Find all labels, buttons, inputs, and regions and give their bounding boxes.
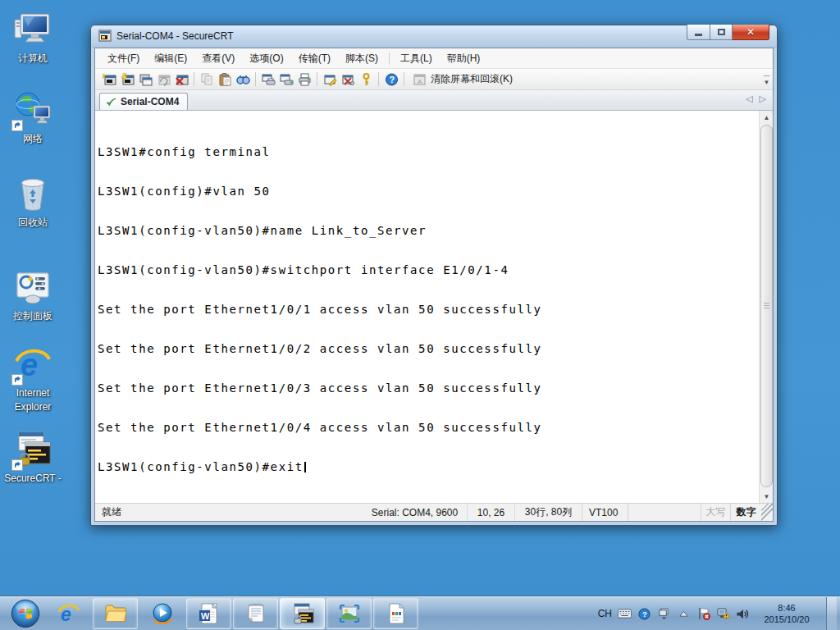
volume-icon[interactable] (736, 607, 750, 621)
status-cursor-position: 10, 26 (468, 504, 515, 521)
svg-text:?: ? (642, 610, 647, 619)
taskbar-clock[interactable]: 8:46 2015/10/20 (756, 602, 818, 625)
taskbar-script-document[interactable] (373, 598, 418, 629)
keyboard-icon[interactable] (618, 607, 632, 621)
shortcut-arrow-icon (11, 120, 23, 131)
copy-button[interactable] (198, 71, 216, 89)
title-bar[interactable]: Serial-COM4 - SecureCRT ✕ (91, 25, 777, 48)
taskbar-image-viewer[interactable] (326, 598, 372, 629)
status-bar: 就绪 Serial: COM4, 9600 10, 26 30行, 80列 VT… (95, 503, 773, 521)
scroll-down-icon[interactable]: ▼ (760, 490, 773, 503)
print-icon (298, 73, 312, 86)
shortcut-arrow-icon (11, 459, 23, 471)
window-popup-icon[interactable] (657, 607, 671, 621)
close-button[interactable]: ✕ (733, 25, 769, 40)
print-preview-icon (262, 73, 276, 86)
desktop-icon-label: 计算机 (18, 52, 48, 66)
taskbar-securecrt[interactable] (280, 598, 325, 629)
vertical-scrollbar[interactable]: ▲ ▼ (759, 111, 773, 503)
menu-tools[interactable]: 工具(L) (393, 48, 440, 69)
start-button[interactable] (6, 597, 45, 630)
help-icon: ? (385, 73, 399, 86)
disconnect-button[interactable] (172, 71, 190, 89)
print-setup-button[interactable] (277, 71, 295, 89)
menu-script[interactable]: 脚本(S) (338, 48, 386, 69)
thumb-grip (764, 303, 769, 308)
tab-bar: Serial-COM4 ◁ ▷ (95, 90, 773, 111)
close-icon: ✕ (746, 26, 755, 38)
resize-grip[interactable] (761, 504, 773, 521)
keymap-icon (359, 73, 373, 86)
toolbar-separator (378, 72, 379, 86)
desktop-icon-label: 回收站 (18, 216, 48, 230)
desktop-icon-computer[interactable]: 计算机 (2, 10, 64, 66)
connect-button[interactable] (100, 71, 118, 89)
paste-button[interactable] (216, 71, 234, 89)
tab-scroll-arrows: ◁ ▷ (746, 94, 766, 104)
action-center-flag-icon[interactable] (696, 607, 710, 621)
desktop-icon-label: 网络 (23, 132, 43, 146)
securecrt-shortcut-icon (13, 430, 52, 469)
connect-in-tab-button[interactable] (136, 71, 154, 89)
toolbar: ? A 清除屏幕和回滚(K) —▼ (95, 69, 773, 90)
terminal-screen[interactable]: L3SW1#config terminal L3SW1(config)#vlan… (95, 111, 759, 503)
menu-transfer[interactable]: 传输(T) (291, 48, 338, 69)
terminal-line-current: L3SW1(config-vlan50)#exit (98, 460, 759, 473)
print-button[interactable] (295, 71, 313, 89)
svg-text:A: A (418, 78, 422, 85)
taskbar-media-player[interactable] (139, 598, 185, 629)
print-setup-icon (280, 73, 294, 86)
menu-help[interactable]: 帮助(H) (440, 48, 488, 69)
system-tray: CH ? (598, 597, 840, 630)
desktop-icon-control-panel[interactable]: 控制面板 (2, 267, 64, 323)
tab-serial-com4[interactable]: Serial-COM4 (99, 93, 188, 110)
chevron-down-icon: ▼ (764, 79, 770, 86)
desktop-icon-internet-explorer[interactable]: e Internet Explorer (2, 345, 64, 414)
tab-scroll-left-icon[interactable]: ◁ (746, 94, 752, 104)
word-document-icon: W (198, 602, 221, 625)
menu-options[interactable]: 选项(O) (242, 48, 290, 69)
terminal-line: L3SW1#config terminal (98, 145, 759, 158)
taskbar-word[interactable]: W (186, 598, 231, 629)
taskbar-internet-explorer[interactable]: e (46, 598, 91, 629)
quick-connect-button[interactable] (118, 71, 136, 89)
taskbar-notepad[interactable] (233, 598, 278, 629)
minimize-button[interactable] (687, 25, 710, 40)
keymap-button[interactable] (357, 71, 375, 89)
print-preview-button[interactable] (259, 71, 277, 89)
svg-text:?: ? (389, 75, 395, 84)
tab-scroll-right-icon[interactable]: ▷ (760, 94, 766, 104)
menu-file[interactable]: 文件(F) (100, 48, 147, 69)
show-desktop-button[interactable] (826, 597, 837, 630)
session-options-button[interactable] (321, 71, 339, 89)
show-hidden-icons-arrow[interactable] (677, 607, 691, 621)
desktop-icon-recycle-bin[interactable]: 回收站 (2, 174, 64, 230)
find-button[interactable] (234, 71, 252, 89)
desktop-icon-network[interactable]: 网络 (2, 90, 64, 146)
maximize-button[interactable] (710, 25, 733, 40)
reconnect-button[interactable] (154, 71, 172, 89)
window-client-area: 文件(F) 编辑(E) 查看(V) 选项(O) 传输(T) 脚本(S) 工具(L… (94, 48, 774, 522)
network-icon (13, 90, 52, 130)
toolbar-overflow-button[interactable]: —▼ (762, 71, 771, 88)
terminal-line: Set the port Ethernet1/0/3 access vlan 5… (98, 381, 759, 395)
global-options-icon (341, 73, 355, 86)
desktop-icon-securecrt[interactable]: SecureCRT - (2, 430, 64, 486)
menu-view[interactable]: 查看(V) (194, 48, 242, 69)
help-button[interactable]: ? (382, 71, 400, 89)
help-tray-icon[interactable]: ? (637, 607, 651, 621)
copy-icon (200, 73, 214, 86)
language-indicator[interactable]: CH (598, 608, 612, 619)
terminal-line: Set the port Ethernet1/0/1 access vlan 5… (98, 303, 759, 316)
overflow-dash: — (764, 71, 770, 79)
notepad-icon (244, 602, 267, 625)
scroll-up-icon[interactable]: ▲ (760, 111, 773, 124)
scrollbar-thumb[interactable] (760, 125, 773, 487)
taskbar-windows-explorer[interactable] (93, 598, 138, 629)
connect-in-tab-icon (139, 73, 153, 86)
clear-screen-button[interactable]: A 清除屏幕和回滚(K) (408, 71, 518, 88)
maximize-icon (718, 29, 725, 35)
network-warning-icon[interactable] (716, 607, 730, 621)
menu-edit[interactable]: 编辑(E) (147, 48, 194, 69)
global-options-button[interactable] (339, 71, 357, 89)
